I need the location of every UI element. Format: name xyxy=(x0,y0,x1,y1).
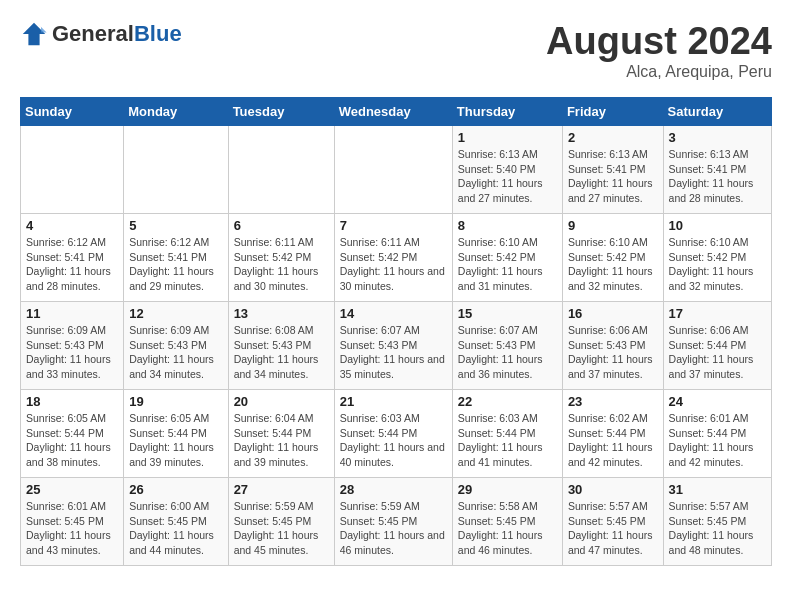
logo-general-text: General xyxy=(52,21,134,47)
day-number: 7 xyxy=(340,218,447,233)
calendar-header-row: SundayMondayTuesdayWednesdayThursdayFrid… xyxy=(21,98,772,126)
day-number: 16 xyxy=(568,306,658,321)
calendar-cell: 5Sunrise: 6:12 AM Sunset: 5:41 PM Daylig… xyxy=(124,214,228,302)
day-number: 29 xyxy=(458,482,557,497)
day-detail: Sunrise: 6:04 AM Sunset: 5:44 PM Dayligh… xyxy=(234,411,329,470)
calendar-cell: 8Sunrise: 6:10 AM Sunset: 5:42 PM Daylig… xyxy=(452,214,562,302)
calendar-week-row: 1Sunrise: 6:13 AM Sunset: 5:40 PM Daylig… xyxy=(21,126,772,214)
calendar-cell: 28Sunrise: 5:59 AM Sunset: 5:45 PM Dayli… xyxy=(334,478,452,566)
logo-blue-text: Blue xyxy=(134,21,182,47)
day-number: 19 xyxy=(129,394,222,409)
calendar-cell: 21Sunrise: 6:03 AM Sunset: 5:44 PM Dayli… xyxy=(334,390,452,478)
day-number: 23 xyxy=(568,394,658,409)
day-number: 8 xyxy=(458,218,557,233)
day-number: 6 xyxy=(234,218,329,233)
svg-marker-0 xyxy=(23,23,45,45)
calendar-cell: 12Sunrise: 6:09 AM Sunset: 5:43 PM Dayli… xyxy=(124,302,228,390)
day-number: 10 xyxy=(669,218,766,233)
day-detail: Sunrise: 5:57 AM Sunset: 5:45 PM Dayligh… xyxy=(669,499,766,558)
day-number: 1 xyxy=(458,130,557,145)
day-number: 22 xyxy=(458,394,557,409)
day-number: 26 xyxy=(129,482,222,497)
calendar-cell: 7Sunrise: 6:11 AM Sunset: 5:42 PM Daylig… xyxy=(334,214,452,302)
day-header-saturday: Saturday xyxy=(663,98,771,126)
calendar-cell: 17Sunrise: 6:06 AM Sunset: 5:44 PM Dayli… xyxy=(663,302,771,390)
calendar-cell xyxy=(21,126,124,214)
calendar-cell: 23Sunrise: 6:02 AM Sunset: 5:44 PM Dayli… xyxy=(562,390,663,478)
day-detail: Sunrise: 6:00 AM Sunset: 5:45 PM Dayligh… xyxy=(129,499,222,558)
day-detail: Sunrise: 6:06 AM Sunset: 5:43 PM Dayligh… xyxy=(568,323,658,382)
day-detail: Sunrise: 6:09 AM Sunset: 5:43 PM Dayligh… xyxy=(129,323,222,382)
day-detail: Sunrise: 6:07 AM Sunset: 5:43 PM Dayligh… xyxy=(458,323,557,382)
calendar-week-row: 18Sunrise: 6:05 AM Sunset: 5:44 PM Dayli… xyxy=(21,390,772,478)
title-area: August 2024 Alca, Arequipa, Peru xyxy=(546,20,772,81)
calendar-cell: 6Sunrise: 6:11 AM Sunset: 5:42 PM Daylig… xyxy=(228,214,334,302)
calendar-cell xyxy=(228,126,334,214)
calendar-cell: 27Sunrise: 5:59 AM Sunset: 5:45 PM Dayli… xyxy=(228,478,334,566)
day-detail: Sunrise: 6:11 AM Sunset: 5:42 PM Dayligh… xyxy=(340,235,447,294)
day-number: 18 xyxy=(26,394,118,409)
day-number: 5 xyxy=(129,218,222,233)
calendar-cell: 14Sunrise: 6:07 AM Sunset: 5:43 PM Dayli… xyxy=(334,302,452,390)
day-detail: Sunrise: 6:05 AM Sunset: 5:44 PM Dayligh… xyxy=(129,411,222,470)
day-detail: Sunrise: 6:01 AM Sunset: 5:45 PM Dayligh… xyxy=(26,499,118,558)
day-number: 17 xyxy=(669,306,766,321)
day-header-wednesday: Wednesday xyxy=(334,98,452,126)
day-number: 25 xyxy=(26,482,118,497)
day-detail: Sunrise: 6:12 AM Sunset: 5:41 PM Dayligh… xyxy=(129,235,222,294)
calendar-cell: 10Sunrise: 6:10 AM Sunset: 5:42 PM Dayli… xyxy=(663,214,771,302)
day-detail: Sunrise: 6:05 AM Sunset: 5:44 PM Dayligh… xyxy=(26,411,118,470)
calendar-week-row: 4Sunrise: 6:12 AM Sunset: 5:41 PM Daylig… xyxy=(21,214,772,302)
main-title: August 2024 xyxy=(546,20,772,63)
calendar-cell: 4Sunrise: 6:12 AM Sunset: 5:41 PM Daylig… xyxy=(21,214,124,302)
day-detail: Sunrise: 6:13 AM Sunset: 5:40 PM Dayligh… xyxy=(458,147,557,206)
day-number: 21 xyxy=(340,394,447,409)
day-detail: Sunrise: 6:13 AM Sunset: 5:41 PM Dayligh… xyxy=(568,147,658,206)
calendar-cell: 13Sunrise: 6:08 AM Sunset: 5:43 PM Dayli… xyxy=(228,302,334,390)
day-detail: Sunrise: 5:59 AM Sunset: 5:45 PM Dayligh… xyxy=(340,499,447,558)
day-number: 3 xyxy=(669,130,766,145)
day-detail: Sunrise: 6:01 AM Sunset: 5:44 PM Dayligh… xyxy=(669,411,766,470)
day-detail: Sunrise: 5:57 AM Sunset: 5:45 PM Dayligh… xyxy=(568,499,658,558)
day-number: 31 xyxy=(669,482,766,497)
calendar-cell: 31Sunrise: 5:57 AM Sunset: 5:45 PM Dayli… xyxy=(663,478,771,566)
calendar-week-row: 25Sunrise: 6:01 AM Sunset: 5:45 PM Dayli… xyxy=(21,478,772,566)
day-number: 13 xyxy=(234,306,329,321)
calendar-cell xyxy=(124,126,228,214)
day-number: 20 xyxy=(234,394,329,409)
day-number: 4 xyxy=(26,218,118,233)
day-detail: Sunrise: 6:08 AM Sunset: 5:43 PM Dayligh… xyxy=(234,323,329,382)
day-detail: Sunrise: 6:10 AM Sunset: 5:42 PM Dayligh… xyxy=(458,235,557,294)
calendar-cell: 22Sunrise: 6:03 AM Sunset: 5:44 PM Dayli… xyxy=(452,390,562,478)
calendar-cell: 2Sunrise: 6:13 AM Sunset: 5:41 PM Daylig… xyxy=(562,126,663,214)
day-number: 27 xyxy=(234,482,329,497)
calendar-cell: 15Sunrise: 6:07 AM Sunset: 5:43 PM Dayli… xyxy=(452,302,562,390)
day-header-friday: Friday xyxy=(562,98,663,126)
day-number: 9 xyxy=(568,218,658,233)
calendar-cell: 16Sunrise: 6:06 AM Sunset: 5:43 PM Dayli… xyxy=(562,302,663,390)
day-detail: Sunrise: 6:03 AM Sunset: 5:44 PM Dayligh… xyxy=(340,411,447,470)
calendar-table: SundayMondayTuesdayWednesdayThursdayFrid… xyxy=(20,97,772,566)
calendar-week-row: 11Sunrise: 6:09 AM Sunset: 5:43 PM Dayli… xyxy=(21,302,772,390)
day-number: 15 xyxy=(458,306,557,321)
logo: General Blue xyxy=(20,20,182,48)
sub-title: Alca, Arequipa, Peru xyxy=(546,63,772,81)
day-number: 14 xyxy=(340,306,447,321)
calendar-cell: 1Sunrise: 6:13 AM Sunset: 5:40 PM Daylig… xyxy=(452,126,562,214)
day-detail: Sunrise: 6:02 AM Sunset: 5:44 PM Dayligh… xyxy=(568,411,658,470)
day-number: 11 xyxy=(26,306,118,321)
logo-icon xyxy=(20,20,48,48)
calendar-cell: 30Sunrise: 5:57 AM Sunset: 5:45 PM Dayli… xyxy=(562,478,663,566)
day-detail: Sunrise: 6:13 AM Sunset: 5:41 PM Dayligh… xyxy=(669,147,766,206)
day-detail: Sunrise: 6:09 AM Sunset: 5:43 PM Dayligh… xyxy=(26,323,118,382)
calendar-cell xyxy=(334,126,452,214)
day-detail: Sunrise: 5:59 AM Sunset: 5:45 PM Dayligh… xyxy=(234,499,329,558)
calendar-cell: 19Sunrise: 6:05 AM Sunset: 5:44 PM Dayli… xyxy=(124,390,228,478)
calendar-cell: 24Sunrise: 6:01 AM Sunset: 5:44 PM Dayli… xyxy=(663,390,771,478)
day-number: 24 xyxy=(669,394,766,409)
calendar-cell: 18Sunrise: 6:05 AM Sunset: 5:44 PM Dayli… xyxy=(21,390,124,478)
day-number: 12 xyxy=(129,306,222,321)
day-header-sunday: Sunday xyxy=(21,98,124,126)
day-detail: Sunrise: 6:07 AM Sunset: 5:43 PM Dayligh… xyxy=(340,323,447,382)
day-detail: Sunrise: 6:11 AM Sunset: 5:42 PM Dayligh… xyxy=(234,235,329,294)
